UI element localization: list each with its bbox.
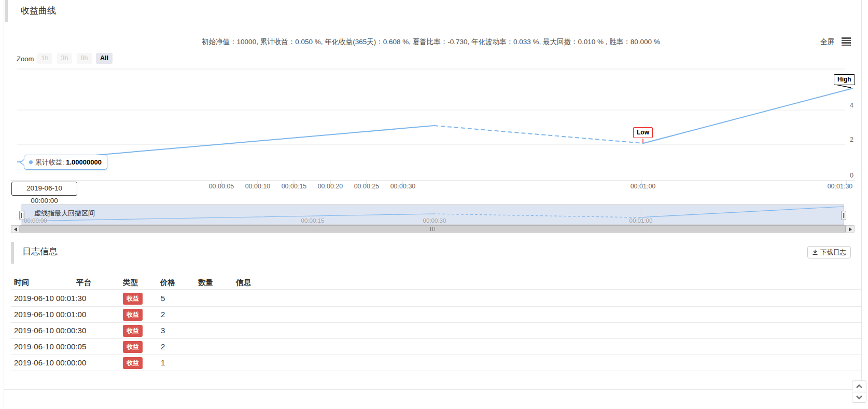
table-divider: [11, 371, 861, 371]
navigator-right-handle[interactable]: [841, 211, 846, 220]
type-badge: 收益: [123, 309, 143, 321]
table-divider: [11, 355, 861, 355]
cell-time: 2019-06-10 00:00:00: [14, 358, 86, 367]
navigator-left-handle[interactable]: [19, 211, 24, 220]
nav-axis-label: 00:00:30: [414, 217, 455, 224]
download-icon: [812, 249, 818, 255]
range-button-all[interactable]: All: [96, 53, 113, 64]
burger-bar: [842, 45, 851, 46]
chart-menu-icon[interactable]: [842, 37, 851, 46]
cell-price: 2: [161, 342, 165, 351]
col-header-time: 时间: [14, 278, 29, 288]
log-section-title: 日志信息: [22, 246, 58, 257]
y-axis-label: 2: [830, 136, 853, 143]
scrollbar-grip: [430, 227, 436, 231]
range-button-3h[interactable]: 3h: [57, 53, 72, 64]
cell-price: 3: [161, 326, 165, 335]
x-axis-label: 00:01:30: [818, 183, 862, 190]
cell-time: 2019-06-10 00:00:05: [14, 342, 86, 351]
y-axis-label: 0: [830, 172, 853, 179]
panel-right-border: [861, 0, 862, 389]
left-triangle-icon: [14, 227, 17, 231]
x-axis-label: 00:00:30: [381, 183, 425, 190]
col-header-platform: 平台: [76, 278, 91, 288]
panel-left-border: [4, 0, 4, 409]
chevron-down-icon: [856, 396, 862, 400]
burger-bar: [842, 42, 851, 44]
backtest-page: 收益曲线 初始净值：10000, 累计收益：0.050 %, 年化收益(365天…: [0, 0, 868, 409]
page-title: 收益曲线: [21, 5, 56, 17]
download-label: 下载日志: [820, 249, 846, 256]
crosshair-date-label: 2019-06-10 00:00:00: [11, 182, 77, 196]
table-divider: [11, 289, 861, 290]
type-badge: 收益: [123, 341, 143, 353]
grip-line: [430, 227, 431, 231]
scrollbar-left-arrow[interactable]: [11, 225, 20, 233]
table-divider: [11, 338, 861, 339]
navigator-legend: 虚线指最大回撤区间: [34, 209, 95, 218]
cell-time: 2019-06-10 00:01:00: [14, 310, 86, 319]
vertical-scrollbar-thumb[interactable]: [5, 0, 8, 22]
handle-grip: [843, 213, 844, 218]
x-axis-label: 00:01:00: [621, 183, 665, 190]
chart-tooltip: 累计收益: 1.00000000: [24, 155, 107, 170]
panel-bottom-border: [4, 389, 861, 390]
cell-price: 2: [161, 310, 165, 319]
col-header-type: 类型: [123, 278, 138, 288]
type-badge: 收益: [123, 293, 143, 305]
high-flag: High: [834, 74, 855, 85]
series-segment-solid: [643, 88, 853, 143]
tooltip-series-label: 累计收益:: [35, 158, 64, 166]
low-flag: Low: [633, 127, 653, 138]
tooltip-arrow-inner: [21, 159, 25, 166]
handle-grip: [845, 213, 845, 218]
cell-price: 1: [161, 358, 165, 367]
scroll-up-button[interactable]: [852, 380, 866, 391]
burger-bar: [842, 40, 851, 42]
table-divider: [11, 306, 861, 307]
range-button-1h[interactable]: 1h: [37, 53, 52, 64]
scrollbar-right-arrow[interactable]: [846, 225, 855, 233]
nav-axis-label: 00:01:00: [620, 217, 662, 224]
cell-price: 5: [161, 294, 165, 303]
handle-grip: [23, 213, 23, 218]
fullscreen-button[interactable]: 全屏: [820, 37, 834, 47]
col-header-qty: 数量: [198, 278, 213, 288]
y-gridlines: [11, 69, 855, 181]
grip-line: [435, 227, 435, 231]
section-scrollbar-thumb[interactable]: [11, 242, 14, 264]
right-triangle-icon: [849, 227, 852, 231]
zoom-label: Zoom: [17, 55, 34, 63]
table-divider: [11, 322, 861, 323]
profit-series: [17, 88, 853, 162]
col-header-price: 价格: [160, 278, 175, 288]
download-log-button[interactable]: 下载日志: [807, 246, 851, 258]
stats-summary: 初始净值：10000, 累计收益：0.050 %, 年化收益(365天)：0.6…: [11, 37, 851, 47]
nav-axis-label: 00:00:00: [24, 217, 47, 224]
profit-chart-canvas: [0, 0, 868, 244]
nav-axis-label: 00:00:15: [292, 217, 333, 224]
col-header-info: 信息: [236, 278, 251, 288]
grip-line: [432, 227, 433, 231]
series-marker-dot: [29, 160, 33, 164]
handle-grip: [21, 213, 22, 218]
burger-bar: [842, 37, 851, 39]
series-segment-drawdown-dashed: [434, 126, 643, 143]
cell-time: 2019-06-10 00:00:30: [14, 326, 86, 335]
scroll-down-button[interactable]: [852, 392, 866, 403]
cell-time: 2019-06-10 00:01:30: [14, 294, 86, 303]
chevron-up-icon: [856, 384, 862, 388]
range-button-8h[interactable]: 8h: [77, 53, 92, 64]
tooltip-value: 1.00000000: [66, 158, 102, 166]
y-axis-label: 4: [830, 102, 853, 109]
type-badge: 收益: [123, 357, 143, 369]
section-divider: [11, 239, 861, 239]
type-badge: 收益: [123, 325, 143, 337]
